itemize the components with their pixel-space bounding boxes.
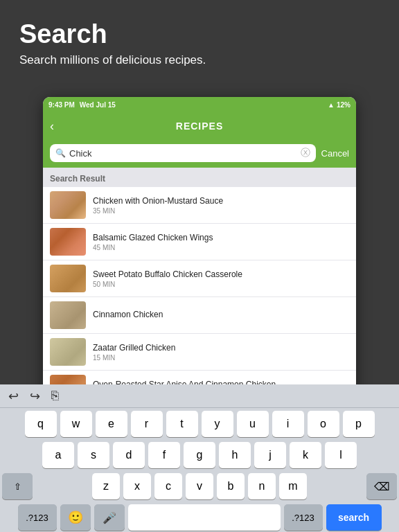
recipe-item[interactable]: Cinnamon Chicken xyxy=(43,297,356,334)
key-c[interactable]: c xyxy=(154,473,182,499)
key-row-1: qwertyuiop xyxy=(2,411,397,437)
recipe-time: 35 MIN xyxy=(93,207,349,215)
recipe-name: Cinnamon Chicken xyxy=(93,310,349,319)
recipe-name: Zaatar Grilled Chicken xyxy=(93,343,349,353)
status-bar: 9:43 PM Wed Jul 15 ▲ 12% xyxy=(43,97,356,112)
search-input-wrap[interactable]: 🔍 Chick ⓧ xyxy=(50,144,316,162)
recipe-info: Chicken with Onion-Mustard Sauce 35 MIN xyxy=(93,196,349,215)
key-z[interactable]: z xyxy=(92,473,120,499)
mic-icon: 🎤 xyxy=(103,511,116,524)
recipe-item[interactable]: Zaatar Grilled Chicken 15 MIN xyxy=(43,334,356,371)
recipe-info: Balsamic Glazed Chicken Wings 45 MIN xyxy=(93,233,349,251)
key-w[interactable]: w xyxy=(60,411,92,437)
results-label: Search Result xyxy=(50,174,105,184)
key-row-2: asdfghjkl xyxy=(2,442,397,468)
key-j[interactable]: j xyxy=(254,442,286,468)
recipe-thumbnail xyxy=(50,265,86,292)
nav-bar: ‹ RECIPES xyxy=(43,112,356,140)
space-key[interactable] xyxy=(128,504,281,531)
recipe-thumbnail xyxy=(50,301,86,329)
num-label-right: .?123 xyxy=(292,513,314,523)
key-row-4: .?123 🙂 🎤 .?123 search xyxy=(2,504,397,531)
recipe-thumbnail xyxy=(50,338,86,366)
key-row-3: ⇧ zxcvbnm ⌫ xyxy=(2,473,397,499)
recipe-name: Chicken with Onion-Mustard Sauce xyxy=(93,196,349,206)
key-p[interactable]: p xyxy=(343,411,375,437)
status-time: 9:43 PM xyxy=(48,101,75,109)
status-date: Wed Jul 15 xyxy=(80,101,116,109)
recipe-name: Sweet Potato Buffalo Chicken Casserole xyxy=(93,269,349,279)
key-i[interactable]: i xyxy=(272,411,304,437)
recipe-info: Zaatar Grilled Chicken 15 MIN xyxy=(93,343,349,362)
back-button[interactable]: ‹ xyxy=(50,119,54,134)
key-k[interactable]: k xyxy=(290,442,321,468)
keyboard-area: ↩ ↪ ⎘ qwertyuiop asdfghjkl ⇧ zxcvbnm ⌫ .… xyxy=(0,384,399,532)
battery-status: 12% xyxy=(337,101,351,109)
recipe-time: 50 MIN xyxy=(93,281,349,288)
nav-title: RECIPES xyxy=(176,121,223,132)
emoji-key[interactable]: 🙂 xyxy=(60,504,91,531)
recipe-name: Balsamic Glazed Chicken Wings xyxy=(93,233,349,242)
key-v[interactable]: v xyxy=(186,473,213,499)
keyboard-toolbar: ↩ ↪ ⎘ xyxy=(0,384,399,408)
recipe-item[interactable]: Chicken with Onion-Mustard Sauce 35 MIN xyxy=(43,187,356,224)
search-clear-icon[interactable]: ⓧ xyxy=(301,147,310,159)
key-g[interactable]: g xyxy=(184,442,215,468)
key-h[interactable]: h xyxy=(219,442,251,468)
keyboard-rows: qwertyuiop asdfghjkl ⇧ zxcvbnm ⌫ .?123 🙂… xyxy=(0,408,399,532)
recipe-thumbnail xyxy=(50,191,86,219)
backspace-key[interactable]: ⌫ xyxy=(366,473,397,499)
recipe-time: 15 MIN xyxy=(93,354,349,362)
recipe-thumbnail xyxy=(50,228,86,256)
key-s[interactable]: s xyxy=(78,442,109,468)
key-u[interactable]: u xyxy=(237,411,269,437)
search-query[interactable]: Chick xyxy=(69,148,297,159)
key-f[interactable]: f xyxy=(148,442,180,468)
key-m[interactable]: m xyxy=(279,473,307,499)
search-bar: 🔍 Chick ⓧ Cancel xyxy=(43,140,356,168)
page-title: Search xyxy=(19,19,380,49)
cancel-button[interactable]: Cancel xyxy=(321,148,349,159)
header-area: Search Search millions of delicious reci… xyxy=(0,0,399,78)
key-e[interactable]: e xyxy=(96,411,127,437)
results-section-header: Search Result xyxy=(43,168,356,187)
search-button[interactable]: search xyxy=(326,504,382,531)
shift-key[interactable]: ⇧ xyxy=(2,473,33,499)
key-b[interactable]: b xyxy=(217,473,245,499)
recipe-info: Sweet Potato Buffalo Chicken Casserole 5… xyxy=(93,269,349,288)
emoji-icon: 🙂 xyxy=(68,510,83,525)
key-r[interactable]: r xyxy=(131,411,163,437)
backspace-icon: ⌫ xyxy=(374,480,390,493)
search-icon: 🔍 xyxy=(55,148,66,158)
page-subtitle: Search millions of delicious recipes. xyxy=(19,53,380,67)
status-right: ▲ 12% xyxy=(328,101,351,109)
num-key-right[interactable]: .?123 xyxy=(284,504,323,531)
shift-icon: ⇧ xyxy=(14,481,21,492)
redo-button[interactable]: ↪ xyxy=(30,389,40,404)
key-y[interactable]: y xyxy=(202,411,233,437)
paste-button[interactable]: ⎘ xyxy=(51,389,59,403)
recipe-item[interactable]: Sweet Potato Buffalo Chicken Casserole 5… xyxy=(43,260,356,297)
key-l[interactable]: l xyxy=(325,442,357,468)
undo-button[interactable]: ↩ xyxy=(8,389,19,404)
key-o[interactable]: o xyxy=(308,411,339,437)
key-x[interactable]: x xyxy=(123,473,151,499)
key-t[interactable]: t xyxy=(166,411,198,437)
wifi-icon: ▲ xyxy=(328,101,335,109)
num-label: .?123 xyxy=(26,513,48,523)
key-n[interactable]: n xyxy=(248,473,276,499)
recipe-time: 45 MIN xyxy=(93,244,349,251)
status-left: 9:43 PM Wed Jul 15 xyxy=(48,101,116,109)
num-key[interactable]: .?123 xyxy=(18,504,57,531)
recipe-item[interactable]: Balsamic Glazed Chicken Wings 45 MIN xyxy=(43,224,356,260)
key-a[interactable]: a xyxy=(42,442,74,468)
key-d[interactable]: d xyxy=(113,442,145,468)
recipe-info: Cinnamon Chicken xyxy=(93,310,349,321)
key-q[interactable]: q xyxy=(25,411,57,437)
mic-key[interactable]: 🎤 xyxy=(94,504,125,531)
